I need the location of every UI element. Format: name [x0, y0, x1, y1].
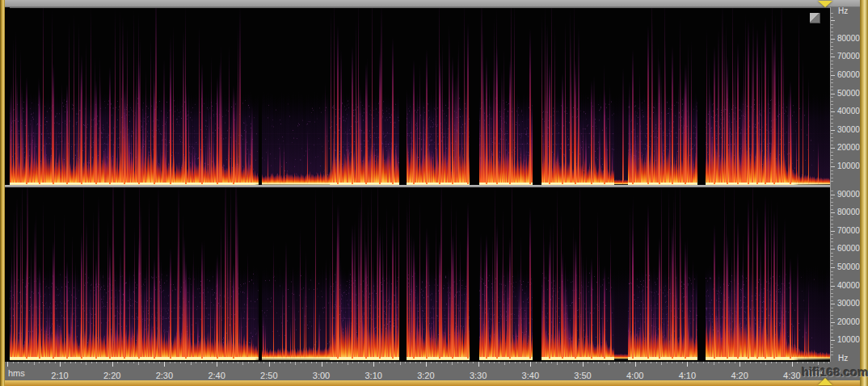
time-minor-tick — [672, 362, 672, 363]
time-minor-tick — [352, 362, 353, 363]
time-minor-tick — [703, 362, 704, 363]
time-minor-tick — [311, 362, 312, 363]
freq-tick-label: 10000 — [837, 162, 860, 170]
time-minor-tick — [718, 362, 719, 363]
time-minor-tick — [604, 362, 605, 363]
freq-minor-tick — [831, 126, 833, 127]
time-major-tick — [426, 362, 427, 367]
time-major-tick — [687, 362, 688, 367]
freq-minor-tick — [831, 31, 833, 32]
freq-minor-tick — [831, 79, 833, 80]
freq-major-tick — [831, 249, 835, 250]
time-minor-tick — [536, 362, 537, 363]
freq-minor-tick — [831, 68, 833, 69]
freq-minor-tick — [831, 17, 833, 18]
time-minor-tick — [86, 362, 86, 365]
time-tick-label: 4:20 — [731, 371, 748, 380]
freq-minor-tick — [831, 82, 833, 83]
time-minor-tick — [630, 362, 630, 363]
time-minor-tick — [562, 362, 563, 363]
channel-divider[interactable] — [5, 185, 830, 187]
corner-grip-icon[interactable] — [810, 13, 820, 23]
time-minor-tick — [803, 362, 803, 363]
time-minor-tick — [331, 362, 332, 363]
time-minor-tick — [369, 362, 369, 363]
freq-minor-tick — [831, 202, 833, 203]
time-minor-tick — [154, 362, 154, 363]
time-major-tick — [373, 362, 374, 367]
freq-minor-tick — [831, 155, 833, 156]
time-minor-tick — [693, 362, 693, 363]
freq-major-tick — [831, 286, 835, 287]
freq-minor-tick — [831, 351, 833, 352]
time-minor-tick — [436, 362, 437, 363]
freq-major-tick — [831, 94, 835, 94]
freq-minor-tick — [831, 162, 833, 163]
freq-tick-label: 10000 — [837, 336, 860, 344]
time-minor-tick — [363, 362, 364, 363]
time-minor-tick — [551, 362, 552, 363]
time-major-tick — [530, 362, 531, 367]
time-minor-tick — [468, 362, 469, 363]
freq-minor-tick — [831, 178, 833, 178]
time-minor-tick — [384, 362, 385, 363]
freq-major-tick — [831, 195, 835, 195]
time-minor-tick — [761, 362, 761, 363]
time-minor-tick — [13, 362, 14, 363]
time-minor-tick — [49, 362, 50, 363]
time-minor-tick — [646, 362, 647, 363]
freq-minor-tick — [831, 275, 833, 275]
time-tick-label: 3:00 — [313, 371, 330, 380]
time-minor-tick — [337, 362, 338, 363]
time-minor-tick — [70, 362, 71, 363]
time-minor-tick — [170, 362, 171, 363]
time-minor-tick — [828, 362, 829, 363]
freq-minor-tick — [831, 61, 833, 61]
freq-minor-tick — [831, 49, 833, 50]
time-minor-tick — [253, 362, 254, 363]
time-minor-tick — [750, 362, 751, 363]
time-axis[interactable]: hms hms 2:102:202:302:402:503:003:103:20… — [5, 362, 860, 380]
marker-triangle-top[interactable] — [818, 1, 832, 7]
time-minor-tick — [572, 362, 573, 363]
time-minor-tick — [196, 362, 196, 363]
time-tick-label: 4:00 — [626, 371, 643, 380]
time-minor-tick — [222, 362, 223, 363]
time-minor-tick — [180, 362, 181, 363]
freq-minor-tick — [831, 263, 833, 264]
freq-minor-tick — [831, 279, 833, 279]
time-minor-tick — [735, 362, 735, 363]
time-tick-label: 3:30 — [470, 371, 487, 380]
time-minor-tick — [473, 362, 474, 363]
time-major-tick — [322, 362, 322, 367]
time-minor-tick — [640, 362, 641, 363]
freq-tick-label: 60000 — [837, 71, 860, 79]
time-minor-tick — [55, 362, 56, 363]
freq-minor-tick — [831, 344, 833, 345]
time-minor-tick — [133, 362, 134, 363]
time-minor-tick — [525, 362, 526, 363]
time-tick-label: 3:20 — [417, 371, 434, 380]
marker-triangle-bottom[interactable] — [818, 378, 832, 385]
freq-major-tick — [831, 340, 835, 341]
freq-minor-tick — [831, 90, 833, 90]
frequency-axis[interactable]: Hz Hz 8000070000600005000040000300002000… — [830, 7, 860, 380]
freq-minor-tick — [831, 293, 833, 294]
freq-minor-tick — [831, 101, 833, 102]
freq-minor-tick — [831, 355, 833, 355]
time-minor-tick — [745, 362, 746, 363]
time-minor-tick — [18, 362, 19, 363]
time-minor-tick — [327, 362, 327, 363]
time-minor-tick — [441, 362, 442, 363]
time-minor-tick — [504, 362, 505, 365]
spectrogram-left-channel[interactable] — [5, 8, 830, 185]
time-minor-tick — [515, 362, 516, 363]
time-minor-tick — [379, 362, 380, 363]
time-minor-tick — [44, 362, 45, 363]
freq-minor-tick — [831, 159, 833, 160]
spectrogram-right-channel[interactable] — [5, 187, 830, 362]
top-scrollbar-strip[interactable] — [5, 0, 860, 7]
freq-tick-label: 70000 — [837, 52, 860, 61]
freq-major-tick — [831, 20, 835, 21]
freq-major-tick — [831, 75, 835, 76]
